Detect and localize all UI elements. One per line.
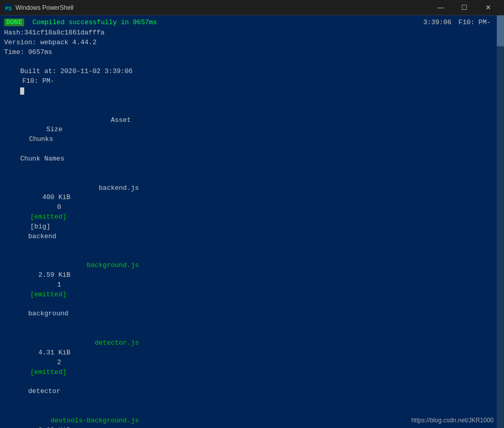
svg-text:PS: PS (5, 6, 12, 12)
watermark: https://blog.csdn.net/JKR1000 (411, 417, 494, 424)
col-header-chunknames: Chunk Names (20, 155, 64, 163)
table-body: backend.js 400 KiB 0 [emitted] [big] bac… (4, 174, 500, 428)
timestamp: 3:39:06 (423, 19, 451, 26)
built-line: Built at: 2020-11-02 3:39:06 F10: PM- (4, 58, 500, 106)
table-row: detector.js 4.31 KiB 2 [emitted] detecto… (4, 329, 500, 406)
status-left: DONE Compiled successfully in 9657ms (4, 19, 157, 26)
table-header-row: Asset Size Chunks Chunk Names (4, 106, 500, 174)
close-button[interactable]: ✕ (476, 0, 500, 15)
timestamp-extra: F10: PM- (459, 19, 491, 26)
table-row: backend.js 400 KiB 0 [emitted] [big] bac… (4, 174, 500, 252)
table-row: background.js 2.59 KiB 1 [emitted] backg… (4, 251, 500, 329)
hash-line: Hash:341cf18a8c1861dafffa (4, 28, 500, 38)
title-bar: PS Windows PowerShell — ☐ ✕ (0, 0, 504, 15)
scrollbar[interactable] (497, 15, 504, 428)
cursor (20, 87, 24, 95)
terminal[interactable]: DONE Compiled successfully in 9657ms 3:3… (0, 15, 504, 428)
scrollbar-thumb[interactable] (497, 15, 504, 46)
app-icon: PS (4, 4, 12, 12)
status-right: 3:39:06 F10: PM- (423, 19, 500, 26)
window-title: Windows PowerShell (15, 4, 429, 11)
col-header-asset: Asset (20, 116, 131, 126)
version-line: Version: webpack 4.44.2 (4, 38, 500, 48)
done-badge: DONE (4, 19, 24, 26)
time-line: Time: 9657ms (4, 48, 500, 58)
minimize-button[interactable]: — (429, 0, 453, 15)
maximize-button[interactable]: ☐ (453, 0, 476, 15)
compiled-text: Compiled successfully in 9657ms (32, 19, 157, 26)
col-header-chunks: Chunks (22, 135, 53, 145)
window-controls: — ☐ ✕ (429, 0, 500, 15)
status-line: DONE Compiled successfully in 9657ms 3:3… (4, 19, 500, 26)
col-header-size: Size (22, 125, 62, 135)
